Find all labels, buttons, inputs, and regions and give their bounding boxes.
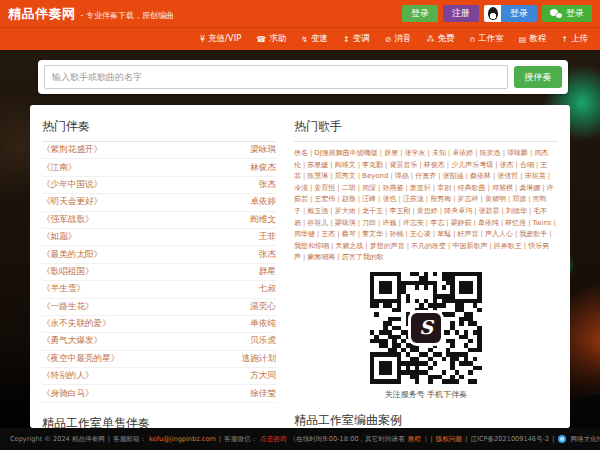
site-logo[interactable]: 精品伴奏网 <box>8 5 76 23</box>
singer-tag-link[interactable]: 梁静茹 <box>451 219 472 227</box>
singer-tag-link[interactable]: 陈慧琳 <box>307 172 328 180</box>
nav-item[interactable]: ¥ 充值/VIP <box>200 33 241 45</box>
singer-tag-link[interactable]: 苏星婕 <box>307 161 328 169</box>
song-title-link[interactable]: 《勇气大爆发》 <box>42 335 102 347</box>
singer-tag-link[interactable]: 蔡依林 <box>470 172 491 180</box>
song-title-link[interactable]: 《身骑白马》 <box>42 388 94 400</box>
search-button[interactable]: 搜伴奏 <box>514 66 562 88</box>
song-title-link[interactable]: 《特别的人》 <box>42 370 94 382</box>
singer-tag-link[interactable]: 梁咏琪 <box>335 219 356 227</box>
singer-tag-link[interactable]: 赵薇 <box>342 195 356 203</box>
singer-tag-link[interactable]: 谭晶 <box>395 172 409 180</box>
singer-tag-link[interactable]: 声入人心 <box>485 230 513 238</box>
nav-item[interactable]: ⁂ 免费 <box>426 33 454 45</box>
singer-tag-link[interactable]: DJ慢摇舞曲串烧嗨版 <box>314 149 377 157</box>
singer-tag-link[interactable]: 姜育恒 <box>314 184 335 192</box>
singer-tag-link[interactable]: 草蜢 <box>437 230 451 238</box>
singer-tag-link[interactable]: 张杰 <box>500 161 514 169</box>
singer-tag-link[interactable]: 中国新歌声 <box>452 242 487 250</box>
singer-tag-link[interactable]: 林俊杰 <box>424 161 445 169</box>
qq-login-group[interactable]: 登录 <box>484 5 537 22</box>
footer-segment[interactable]: 版权问题 <box>436 435 462 444</box>
singer-tag-link[interactable]: 郑秀文 <box>335 172 356 180</box>
song-title-link[interactable]: 《强军战歌》 <box>42 214 94 226</box>
singer-tag-link[interactable]: 李克勤 <box>362 161 383 169</box>
song-title-link[interactable]: 《明天会更好》 <box>42 196 102 208</box>
singer-tag-link[interactable]: 罗大佑 <box>335 207 356 215</box>
singer-tag-link[interactable]: 阎维文 <box>335 161 356 169</box>
singer-tag-link[interactable]: 王宏伟 <box>314 195 335 203</box>
singer-tag-link[interactable]: 罗志祥 <box>458 195 479 203</box>
singer-tag-link[interactable]: 萧亚轩 <box>410 184 431 192</box>
song-title-link[interactable]: 《一路生花》 <box>42 301 94 313</box>
singer-tag-link[interactable]: 蔡琴 <box>342 230 356 238</box>
singer-tag-link[interactable]: 邓紫棋 <box>492 184 513 192</box>
singer-tag-link[interactable]: 张韶涵 <box>443 172 464 180</box>
wechat-login-button[interactable]: 登录 <box>542 5 592 22</box>
singer-tag-link[interactable]: 李志 <box>430 219 444 227</box>
nav-item[interactable]: ∩ 工作室 <box>469 33 503 45</box>
singer-tag-link[interactable]: 未知 <box>432 149 446 157</box>
singer-tag-link[interactable]: 经典歌曲 <box>458 184 486 192</box>
singer-tag-link[interactable]: 跨界歌王 <box>494 242 522 250</box>
singer-tag-link[interactable]: 任贤齐 <box>415 172 436 180</box>
singer-tag-link[interactable]: 许志安 <box>403 219 424 227</box>
singer-tag-link[interactable]: 孙楠 <box>389 230 403 238</box>
singer-tag-link[interactable]: 刀郎 <box>362 219 376 227</box>
song-title-link[interactable]: 《夜空中最亮的星》 <box>42 353 119 365</box>
nav-item[interactable]: ↑ 上传 <box>561 33 588 45</box>
singer-tag-link[interactable]: 二胡 <box>342 184 356 192</box>
singer-tag-link[interactable]: 张碧晨 <box>479 207 500 215</box>
singer-tag-link[interactable]: 容祖儿 <box>307 219 328 227</box>
singer-tag-link[interactable]: 不凡的改变 <box>411 242 446 250</box>
login-button[interactable]: 登录 <box>402 5 438 22</box>
singer-tag-link[interactable]: 刘德华 <box>506 207 527 215</box>
singer-tag-link[interactable]: 郑源 <box>512 195 526 203</box>
singer-tag-link[interactable]: 张信哲 <box>497 172 518 180</box>
footer-segment[interactable]: 辽ICP备2021009146号-2 <box>470 435 549 444</box>
singer-tag-link[interactable]: 周华健 <box>294 230 315 238</box>
footer-segment[interactable]: 点击咨询 <box>260 435 286 444</box>
search-input[interactable] <box>44 65 508 89</box>
singer-tag-link[interactable]: 谭咏麟 <box>507 149 528 157</box>
singer-tag-link[interactable]: 陈奕迅 <box>480 149 501 157</box>
singer-tag-link[interactable]: 王杰 <box>321 230 335 238</box>
singer-tag-link[interactable]: 孙燕姿 <box>382 184 403 192</box>
singer-tag-link[interactable]: 汪峰 <box>362 195 376 203</box>
singer-tag-link[interactable]: 少儿声乐考级 <box>451 161 493 169</box>
song-title-link[interactable]: 《歌唱祖国》 <box>42 266 94 278</box>
nav-item[interactable]: ☎ 求助 <box>256 33 286 45</box>
singer-tag-link[interactable]: 殷秀梅 <box>430 195 451 203</box>
song-title-link[interactable]: 《少年中国说》 <box>42 179 102 191</box>
singer-tag-link[interactable]: 梦想的声音 <box>370 242 405 250</box>
singer-tag-link[interactable]: 张学友 <box>405 149 426 157</box>
singer-tag-link[interactable]: 京剧 <box>437 184 451 192</box>
song-title-link[interactable]: 《紫荆花盛开》 <box>42 144 102 156</box>
song-title-link[interactable]: 《最美的太阳》 <box>42 249 102 261</box>
qq-login-button[interactable]: 登录 <box>501 5 537 22</box>
singer-tag-link[interactable]: 汪苏泷 <box>403 195 424 203</box>
song-title-link[interactable]: 《如愿》 <box>42 231 76 243</box>
footer-segment[interactable]: kefu@jingpinbz.com <box>149 435 216 443</box>
song-title-link[interactable]: 《半生雪》 <box>42 283 85 295</box>
singer-tag-link[interactable]: 单依纯 <box>478 219 499 227</box>
singer-tag-link[interactable]: 林忆莲 <box>505 219 526 227</box>
singer-tag-link[interactable]: 好声音 <box>458 230 479 238</box>
singer-tag-link[interactable]: 张也 <box>382 195 396 203</box>
singer-tag-link[interactable]: 合唱 <box>520 161 534 169</box>
singer-tag-link[interactable]: 佚名 <box>294 149 308 157</box>
register-button[interactable]: 注册 <box>443 5 479 22</box>
singer-tag-link[interactable]: 王心凌 <box>410 230 431 238</box>
singer-tag-link[interactable]: 黄思婷 <box>417 207 438 215</box>
singer-tag-link[interactable]: 李玉刚 <box>389 207 410 215</box>
nav-item[interactable]: ▤ 教程 <box>519 33 547 45</box>
singer-tag-link[interactable]: 黄耀明 <box>485 195 506 203</box>
singer-tag-link[interactable]: 我想和你唱 <box>294 242 329 250</box>
singer-tag-link[interactable]: 群星 <box>384 149 398 157</box>
nav-item[interactable]: ⊘ 消音 <box>385 33 412 45</box>
singer-tag-link[interactable]: 龙千玉 <box>362 207 383 215</box>
nav-item[interactable]: ↯ 变速 <box>301 33 328 45</box>
singer-tag-link[interactable]: 蒙面唱将 <box>307 253 335 261</box>
singer-tag-link[interactable]: 我是歌手 <box>519 230 547 238</box>
singer-tag-link[interactable]: 降央卓玛 <box>444 207 472 215</box>
